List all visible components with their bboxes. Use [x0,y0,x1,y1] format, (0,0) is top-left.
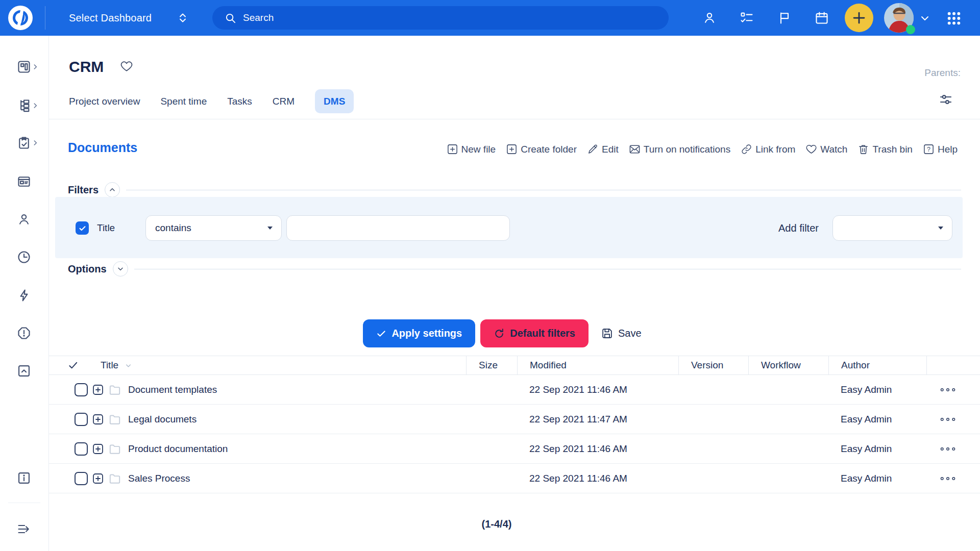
user-menu-chevron-down-icon[interactable] [919,12,931,24]
user-profile-icon[interactable] [702,11,717,25]
page-settings-sliders-icon[interactable] [938,92,953,107]
sidebar-collapse-button[interactable] [17,522,31,536]
quick-add-button[interactable] [845,4,873,32]
search-icon [225,12,236,24]
chevron-right-icon[interactable] [32,63,39,70]
clock-icon [17,250,31,264]
folder-icon [108,472,121,485]
info-square-icon [17,471,31,485]
app-logo-icon[interactable] [8,6,33,30]
table-row: Legal documets 22 Sep 2021 11:47 AM Easy… [49,405,980,434]
tab-project-overview[interactable]: Project overview [69,89,140,113]
filter-actions: Apply settings Default filters Save [49,319,980,347]
turn-on-notifications-button[interactable]: Turn on notifications [629,143,730,155]
sort-chevron-down-icon[interactable] [125,362,132,369]
sidebar-item-tasks[interactable] [17,136,31,150]
edit-button[interactable]: Edit [587,143,619,155]
row-actions-kebab-icon[interactable] [926,387,980,393]
column-header-modified[interactable]: Modified [517,356,678,374]
tab-dms[interactable]: DMS [315,89,354,113]
trash-bin-button[interactable]: Trash bin [857,143,913,155]
filters-section-header: Filters [68,181,961,198]
tab-crm[interactable]: CRM [273,89,295,113]
search-input[interactable] [243,12,600,23]
select-all-check-icon[interactable] [67,360,79,371]
title-filter-checkbox[interactable] [76,221,89,235]
options-rule [134,269,961,269]
sidebar-item-alerts[interactable] [17,326,31,340]
select-dashboard-button[interactable]: Select Dashboard [69,0,152,36]
row-checkbox[interactable] [75,442,88,456]
plus-icon [851,10,867,26]
cell-modified: 22 Sep 2021 11:46 AM [517,443,678,455]
options-expand-button[interactable] [113,261,128,277]
table-row: Document templates 22 Sep 2021 11:46 AM … [49,375,980,405]
create-folder-button[interactable]: Create folder [506,143,577,155]
watch-button[interactable]: Watch [805,143,847,155]
add-filter-select[interactable] [832,215,952,241]
cell-author: Easy Admin [828,443,926,455]
expand-plus-icon[interactable] [92,443,104,455]
heart-icon [805,143,817,155]
column-header-author[interactable]: Author [828,356,926,374]
menu-arrow-right-icon [17,522,31,536]
sidebar-item-updates[interactable] [17,364,31,378]
row-checkbox[interactable] [75,472,88,485]
sidebar-item-users[interactable] [17,212,31,227]
table-row: Product documentation 22 Sep 2021 11:46 … [49,434,980,464]
dashboard-icon [17,60,31,74]
table-body: Document templates 22 Sep 2021 11:46 AM … [49,375,980,493]
column-header-version[interactable]: Version [678,356,748,374]
filters-panel: Title contains Add filter [55,197,963,258]
document-title-link[interactable]: Document templates [128,384,217,395]
dashboard-expand-icon[interactable] [177,12,189,24]
documents-heading[interactable]: Documents [68,140,137,155]
apps-grid-icon[interactable] [946,10,962,27]
filters-collapse-button[interactable] [105,182,120,197]
parents-label: Parents: [924,67,961,79]
row-actions-kebab-icon[interactable] [926,475,980,482]
title-filter-value-input[interactable] [286,215,510,241]
page-title: CRM [69,58,104,76]
topbar: Select Dashboard [0,0,980,36]
row-checkbox[interactable] [75,413,88,426]
flag-icon[interactable] [777,11,792,25]
favorite-heart-icon[interactable] [120,60,133,73]
row-actions-kebab-icon[interactable] [926,416,980,422]
plus-square-icon [447,143,458,155]
chevron-right-icon[interactable] [32,102,39,109]
chevron-down-icon [116,265,125,273]
document-title-link[interactable]: Legal documets [128,414,197,425]
expand-plus-icon[interactable] [92,413,104,425]
expand-plus-icon[interactable] [92,384,104,396]
new-file-button[interactable]: New file [447,143,496,155]
sidebar-item-info[interactable] [17,471,31,485]
sidebar-item-activity[interactable] [17,288,31,303]
task-checklist-icon[interactable] [740,11,754,25]
column-header-size[interactable]: Size [466,356,517,374]
tab-spent-time[interactable]: Spent time [160,89,207,113]
document-title-link[interactable]: Product documentation [128,443,228,455]
column-header-workflow[interactable]: Workflow [748,356,828,374]
calendar-icon[interactable] [815,11,829,25]
header-divider [49,119,980,119]
main-content: CRM Parents: Project overview Spent time… [49,36,980,551]
chevron-right-icon[interactable] [32,139,39,146]
sidebar-item-boards[interactable] [17,174,31,189]
help-button[interactable]: ? Help [923,143,958,155]
document-title-link[interactable]: Sales Process [128,473,190,484]
dropdown-caret-icon [267,226,273,230]
row-checkbox[interactable] [75,383,88,396]
expand-plus-icon[interactable] [92,472,104,485]
tab-tasks[interactable]: Tasks [227,89,252,113]
title-filter-operator-select[interactable]: contains [145,215,282,241]
link-from-button[interactable]: Link from [741,143,795,155]
default-filters-button[interactable]: Default filters [480,319,589,347]
sidebar-item-dashboards[interactable] [17,60,31,74]
sidebar-item-time[interactable] [17,250,31,264]
sidebar-item-projects[interactable] [17,98,31,113]
save-button[interactable]: Save [594,319,647,347]
apply-settings-button[interactable]: Apply settings [363,319,475,347]
row-actions-kebab-icon[interactable] [926,446,980,452]
global-search [212,6,669,30]
